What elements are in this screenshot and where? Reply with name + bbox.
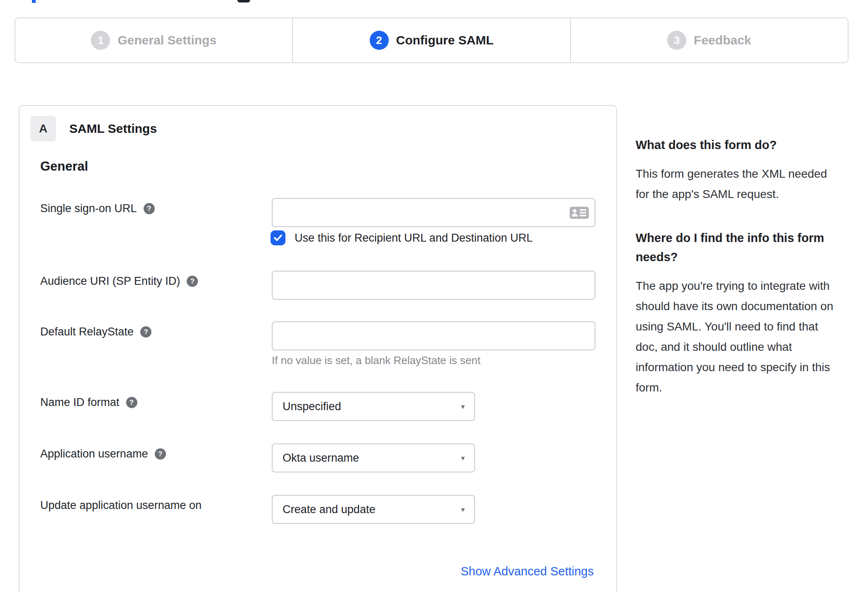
recipient-url-checkbox-label: Use this for Recipient URL and Destinati…	[295, 230, 533, 245]
sidebar-body-what: This form generates the XML needed for t…	[636, 164, 851, 204]
step-number-badge: 1	[91, 31, 110, 50]
help-icon[interactable]: ?	[155, 448, 166, 460]
step-number-badge: 3	[667, 31, 686, 50]
sidebar-heading-where: Where do I find the info this form needs…	[636, 228, 851, 267]
help-icon[interactable]: ?	[144, 203, 155, 214]
sso-url-label: Single sign-on URL	[40, 202, 137, 215]
show-advanced-settings-link[interactable]: Show Advanced Settings	[461, 565, 594, 578]
help-icon[interactable]: ?	[140, 326, 151, 338]
application-username-label: Application username	[40, 448, 148, 460]
update-username-select[interactable]: Create and update ▼	[272, 495, 475, 524]
relay-state-label: Default RelayState	[40, 325, 134, 338]
recipient-url-checkbox[interactable]	[271, 230, 285, 245]
step-feedback[interactable]: 3 Feedback	[570, 18, 848, 62]
checkmark-icon	[273, 232, 283, 243]
name-id-format-value: Unspecified	[283, 400, 341, 413]
general-section-heading: General	[40, 159, 88, 174]
application-username-row: Application username ?	[40, 448, 166, 460]
relay-state-input[interactable]	[272, 321, 595, 350]
audience-uri-row: Audience URI (SP Entity ID) ?	[40, 275, 198, 288]
name-id-format-label: Name ID format	[40, 396, 119, 409]
help-icon[interactable]: ?	[187, 276, 198, 287]
panel-title: SAML Settings	[69, 116, 157, 142]
update-username-row: Update application username on	[40, 499, 202, 512]
sso-url-input[interactable]	[272, 198, 595, 227]
application-username-select[interactable]: Okta username ▼	[272, 443, 475, 472]
chevron-down-icon: ▼	[460, 455, 466, 462]
update-username-value: Create and update	[283, 503, 375, 516]
relay-state-row: Default RelayState ?	[40, 325, 151, 338]
wizard-stepper: 1 General Settings 2 Configure SAML 3 Fe…	[15, 17, 848, 63]
cutoff-blue-fragment	[32, 0, 36, 3]
section-a-badge: A	[30, 116, 56, 142]
name-id-format-select[interactable]: Unspecified ▼	[272, 392, 475, 421]
sso-url-row: Single sign-on URL ?	[40, 202, 155, 215]
step-label: Feedback	[694, 33, 751, 47]
chevron-down-icon: ▼	[460, 506, 466, 513]
help-sidebar: What does this form do? This form genera…	[636, 135, 851, 398]
help-icon[interactable]: ?	[126, 397, 137, 408]
step-label: Configure SAML	[396, 33, 494, 47]
sidebar-body-where: The app you're trying to integrate with …	[636, 276, 851, 398]
audience-uri-input[interactable]	[272, 271, 595, 300]
audience-uri-label: Audience URI (SP Entity ID)	[40, 275, 180, 288]
step-label: General Settings	[117, 33, 216, 47]
step-configure-saml[interactable]: 2 Configure SAML	[292, 18, 570, 62]
sso-url-input-wrap	[272, 198, 595, 227]
saml-settings-panel: A SAML Settings General Single sign-on U…	[19, 105, 617, 592]
name-id-format-row: Name ID format ?	[40, 396, 137, 409]
cutoff-dark-fragment	[237, 0, 250, 2]
update-username-label: Update application username on	[40, 499, 202, 512]
relay-state-hint: If no value is set, a blank RelayState i…	[272, 354, 480, 367]
step-general-settings[interactable]: 1 General Settings	[15, 18, 292, 62]
chevron-down-icon: ▼	[460, 403, 466, 410]
application-username-value: Okta username	[283, 452, 359, 465]
sidebar-heading-what: What does this form do?	[636, 135, 851, 154]
step-number-badge: 2	[370, 31, 389, 50]
